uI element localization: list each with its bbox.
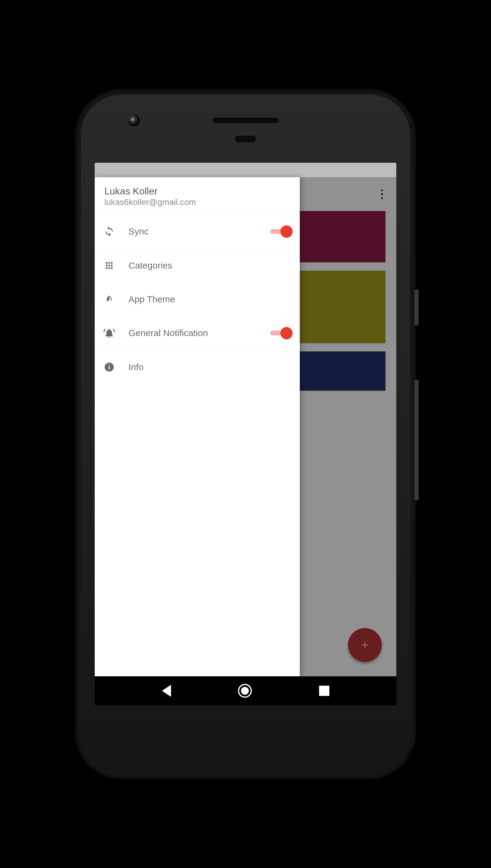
square-icon (319, 686, 329, 696)
grid-icon (102, 258, 116, 273)
drawer-item-label: General Notification (128, 328, 258, 338)
drawer-item-categories[interactable]: Categories (95, 249, 300, 282)
contrast-icon (102, 292, 116, 307)
nav-home-button[interactable] (238, 684, 252, 698)
drawer-account-header[interactable]: Lukas Koller lukas6koller@gmail.com (95, 177, 300, 215)
sync-toggle[interactable] (270, 227, 291, 236)
notifications-toggle[interactable] (270, 329, 291, 337)
status-bar (95, 163, 396, 177)
info-icon (102, 360, 116, 374)
phone-sensor (235, 135, 256, 142)
phone-frame: Lukas Koller lukas6koller@gmail.com Sync (77, 90, 414, 778)
sync-icon (102, 224, 116, 239)
phone-volume-button (414, 380, 418, 500)
drawer-item-theme[interactable]: App Theme (95, 282, 300, 316)
screen: Lukas Koller lukas6koller@gmail.com Sync (95, 163, 396, 705)
drawer-item-notifications[interactable]: General Notification (95, 316, 300, 350)
drawer-item-info[interactable]: Info (95, 350, 300, 384)
back-icon (162, 685, 171, 697)
nav-drawer: Lukas Koller lukas6koller@gmail.com Sync (95, 177, 300, 676)
phone-camera (128, 115, 140, 127)
account-name: Lukas Koller (104, 186, 290, 197)
phone-speaker (212, 118, 279, 123)
drawer-item-sync[interactable]: Sync (95, 215, 300, 248)
bell-alert-icon (102, 326, 116, 340)
home-icon (238, 684, 252, 698)
drawer-item-label: Info (128, 362, 291, 372)
drawer-item-label: Sync (128, 226, 258, 237)
account-email: lukas6koller@gmail.com (104, 197, 290, 207)
svg-rect-1 (109, 366, 110, 370)
nav-back-button[interactable] (162, 685, 171, 697)
nav-recents-button[interactable] (319, 686, 329, 696)
system-nav-bar (95, 676, 396, 705)
drawer-item-label: App Theme (128, 294, 291, 304)
phone-power-button (414, 289, 418, 326)
drawer-item-label: Categories (128, 260, 291, 271)
svg-rect-2 (109, 364, 110, 365)
